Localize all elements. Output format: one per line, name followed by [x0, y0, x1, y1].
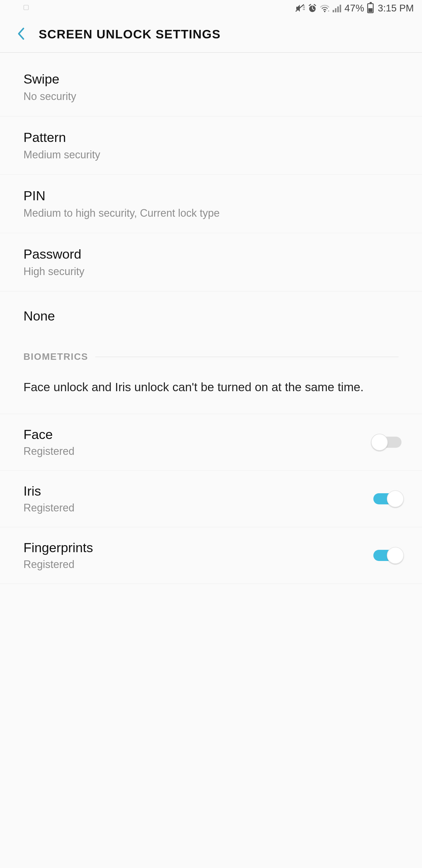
lock-type-sub: No security: [24, 90, 398, 103]
biometric-title: Iris: [24, 484, 370, 499]
biometric-fingerprints[interactable]: Fingerprints Registered: [0, 527, 422, 584]
toggle-iris[interactable]: [370, 490, 404, 508]
lock-type-password[interactable]: Password High security: [0, 233, 422, 291]
status-time: 3:15 PM: [378, 3, 414, 14]
lock-type-none[interactable]: None: [0, 291, 422, 341]
lock-type-title: PIN: [24, 188, 398, 204]
biometrics-note: Face unlock and Iris unlock can't be tur…: [0, 365, 422, 414]
toggle-face[interactable]: [370, 433, 404, 451]
back-icon[interactable]: [17, 27, 26, 42]
biometric-sub: Registered: [24, 445, 370, 458]
app-header: SCREEN UNLOCK SETTINGS: [0, 17, 422, 53]
wifi-icon: +: [320, 4, 330, 12]
status-bar: + 47% 3:15 PM: [0, 0, 422, 17]
biometric-title: Face: [24, 427, 370, 442]
mute-vibrate-icon: [295, 4, 305, 12]
page-title: SCREEN UNLOCK SETTINGS: [39, 27, 221, 41]
section-label: BIOMETRICS: [24, 351, 88, 362]
alarm-icon: [308, 4, 317, 12]
lock-type-title: Pattern: [24, 130, 398, 145]
biometric-iris[interactable]: Iris Registered: [0, 471, 422, 527]
lock-type-sub: Medium security: [24, 149, 398, 161]
lock-type-title: Password: [24, 247, 398, 262]
toggle-fingerprints[interactable]: [370, 546, 404, 564]
biometric-title: Fingerprints: [24, 540, 370, 555]
lock-type-title: None: [24, 309, 398, 324]
svg-point-5: [324, 11, 325, 12]
lock-type-pin[interactable]: PIN Medium to high security, Current loc…: [0, 175, 422, 233]
svg-rect-0: [24, 5, 28, 10]
biometric-face[interactable]: Face Registered: [0, 414, 422, 471]
battery-percent: 47%: [345, 3, 364, 14]
signal-icon: [333, 4, 341, 12]
svg-text:+: +: [328, 9, 329, 12]
biometric-sub: Registered: [24, 558, 370, 571]
battery-icon: [367, 3, 374, 13]
lock-type-sub: Medium to high security, Current lock ty…: [24, 207, 398, 219]
section-header-biometrics: BIOMETRICS: [0, 341, 422, 365]
status-indicator-icon: [24, 5, 29, 12]
lock-type-title: Swipe: [24, 71, 398, 87]
lock-type-pattern[interactable]: Pattern Medium security: [0, 116, 422, 175]
lock-type-swipe[interactable]: Swipe No security: [0, 55, 422, 116]
biometric-sub: Registered: [24, 502, 370, 514]
lock-type-sub: High security: [24, 266, 398, 278]
section-divider: [95, 356, 398, 357]
lock-type-list: Swipe No security Pattern Medium securit…: [0, 53, 422, 584]
